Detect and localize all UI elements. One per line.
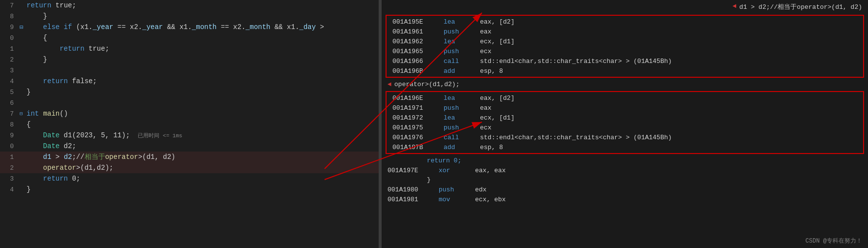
code-content: Date d2;	[27, 142, 377, 150]
line-number: 8	[2, 13, 20, 20]
disasm-ops: eax, eax	[475, 167, 862, 174]
code-line: 3	[0, 65, 379, 76]
disasm-row: 001A1980 push edx	[382, 185, 868, 194]
disasm-mnem: push	[444, 124, 468, 131]
disasm-ops: std::endl<char,std::char_traits<char> > …	[480, 58, 857, 65]
code-content: }	[27, 186, 377, 193]
code-line-operator: 2 operator>(d1,d2);	[0, 162, 379, 173]
code-line: 9 Date d1(2023, 5, 11); 已用时间 <= 1ms	[0, 130, 379, 141]
disasm-mnem: lea	[444, 18, 468, 26]
code-content: return false;	[27, 77, 377, 85]
return-label-row: return 0;	[382, 156, 868, 165]
code-line: 8 }	[0, 11, 379, 22]
disasm-row: 001A1981 mov ecx, ebx	[382, 194, 868, 204]
code-content: operator>(d1,d2);	[27, 164, 377, 172]
line-number: 2	[2, 56, 20, 63]
disasm-addr: 001A1980	[388, 186, 427, 193]
code-line: 0 {	[0, 32, 379, 43]
disasm-addr: 001A1981	[388, 196, 427, 203]
disasm-addr: 001A195E	[392, 18, 432, 26]
disasm-mnem: lea	[444, 94, 468, 102]
line-number: 2	[2, 164, 20, 172]
disasm-panel: ◄ d1 > d2;//相当于operator>(d1, d2) 001A195…	[382, 0, 868, 248]
disasm-ops: eax, [d2]	[480, 94, 857, 102]
disasm-mnem: xor	[439, 167, 463, 174]
disasm-mnem: push	[444, 48, 468, 55]
disasm-addr: 001A1971	[392, 104, 432, 112]
disasm-addr: 001A1976	[392, 134, 432, 141]
line-number: 0	[2, 143, 20, 150]
disasm-ops: ecx, ebx	[475, 196, 862, 203]
line-number: 8	[2, 121, 20, 128]
disasm-row: 001A1976 call std::endl<char,std::char_t…	[387, 132, 863, 142]
line-number: 7	[2, 110, 20, 118]
disasm-addr: 001A1962	[392, 38, 432, 45]
disasm-addr: 001A196E	[392, 94, 432, 102]
disasm-row: 001A1971 push eax	[387, 103, 863, 113]
line-number: 3	[2, 67, 20, 74]
disasm-header-text: d1 > d2;//相当于operator>(d1, d2)	[739, 2, 862, 11]
code-content: }	[27, 12, 377, 20]
code-content: else if (x1._year == x2._year && x1._mon…	[27, 23, 377, 31]
line-number: 6	[2, 99, 20, 107]
line-number: 7	[2, 2, 20, 9]
disasm-section-2: 001A196E lea eax, [d2] 001A1971 push eax…	[386, 91, 864, 154]
disasm-row: 001A1975 push ecx	[387, 123, 863, 132]
code-content: }	[27, 56, 377, 63]
code-content: }	[27, 88, 377, 96]
closing-brace: }	[427, 176, 431, 184]
disasm-addr: 001A1975	[392, 124, 432, 131]
disasm-ops: ecx	[480, 48, 857, 55]
disasm-ops: ecx	[480, 124, 857, 131]
disasm-addr: 001A1966	[392, 58, 432, 65]
mid-label-text: operator>(d1,d2);	[394, 81, 460, 88]
code-line: 0 Date d2;	[0, 141, 379, 152]
line-number: 1	[2, 45, 20, 53]
line-number: 3	[2, 175, 20, 183]
code-line: 4 }	[0, 184, 379, 195]
code-content: {	[27, 121, 377, 128]
disasm-addr: 001A1972	[392, 114, 432, 122]
disasm-row: 001A195E lea eax, [d2]	[387, 17, 863, 27]
line-number: 5	[2, 89, 20, 96]
disasm-section-1: 001A195E lea eax, [d2] 001A1961 push eax…	[386, 15, 864, 78]
code-line-d1-compare: 1 d1 > d2;//相当于operator>(d1, d2)	[0, 152, 379, 162]
code-line: 7 ⊟ int main()	[0, 108, 379, 119]
code-line: 2 }	[0, 54, 379, 65]
disasm-addr: 001A197E	[388, 167, 427, 174]
code-line: 6	[0, 97, 379, 108]
disasm-ops: edx	[475, 186, 862, 193]
disasm-mnem: push	[439, 186, 463, 193]
line-indicator: ⊟	[20, 111, 27, 117]
line-number: 9	[2, 24, 20, 31]
return-label: return 0;	[427, 157, 461, 164]
line-number: 9	[2, 132, 20, 139]
disasm-mnem: mov	[439, 196, 463, 203]
disasm-mnem: lea	[444, 114, 468, 122]
disasm-row: 001A196B add esp, 8	[387, 66, 863, 76]
disasm-ops: esp, 8	[480, 144, 857, 151]
disasm-row: 001A1961 push eax	[387, 27, 863, 36]
disasm-ops: ecx, [d1]	[480, 38, 857, 45]
line-number: 4	[2, 78, 20, 85]
disasm-header: ◄ d1 > d2;//相当于operator>(d1, d2)	[382, 1, 868, 13]
disasm-ops: eax, [d2]	[480, 18, 857, 26]
disasm-row: 001A1966 call std::endl<char,std::char_t…	[387, 56, 863, 66]
line-indicator: ⊟	[20, 24, 27, 31]
line-number: 4	[2, 186, 20, 193]
disasm-mnem: push	[444, 28, 468, 35]
disasm-row: 001A197B add esp, 8	[387, 142, 863, 152]
main-container: 7 return true; 8 } 9 ⊟ else if (x1._year…	[0, 0, 868, 248]
code-panel: 7 return true; 8 } 9 ⊟ else if (x1._year…	[0, 0, 379, 248]
disasm-mnem: call	[444, 58, 468, 65]
disasm-ops: esp, 8	[480, 67, 857, 75]
code-line: 1 return true;	[0, 43, 379, 54]
disasm-mnem: add	[444, 67, 468, 75]
closing-brace-row: }	[382, 175, 868, 185]
disasm-row: 001A197E xor eax, eax	[382, 165, 868, 175]
disasm-addr: 001A197B	[392, 144, 432, 151]
code-lines: 7 return true; 8 } 9 ⊟ else if (x1._year…	[0, 0, 379, 195]
code-line: 9 ⊟ else if (x1._year == x2._year && x1.…	[0, 22, 379, 32]
code-line: 5 }	[0, 87, 379, 97]
code-content: return true;	[27, 45, 377, 53]
